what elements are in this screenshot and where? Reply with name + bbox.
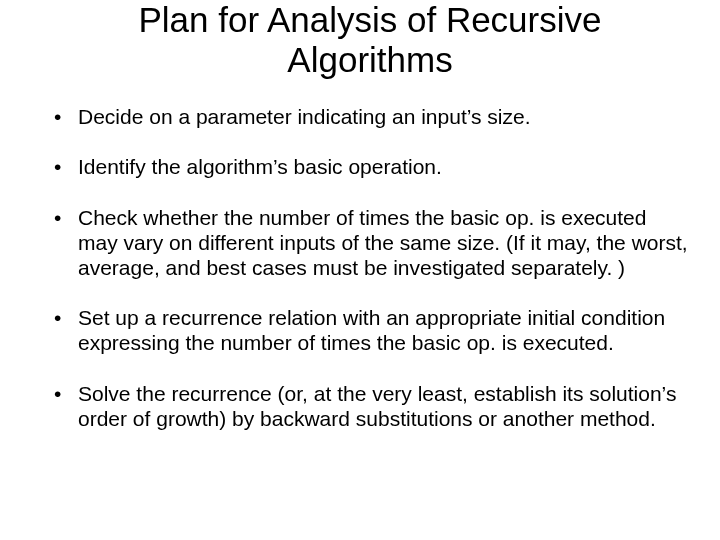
list-item: Solve the recurrence (or, at the very le… [50,382,690,432]
slide-title: Plan for Analysis of Recursive Algorithm… [90,0,650,81]
list-item: Identify the algorithm’s basic operation… [50,155,690,180]
bullet-list: Decide on a parameter indicating an inpu… [50,105,690,432]
list-item: Check whether the number of times the ba… [50,206,690,280]
slide: Plan for Analysis of Recursive Algorithm… [0,0,720,540]
list-item: Decide on a parameter indicating an inpu… [50,105,690,130]
list-item: Set up a recurrence relation with an app… [50,306,690,356]
